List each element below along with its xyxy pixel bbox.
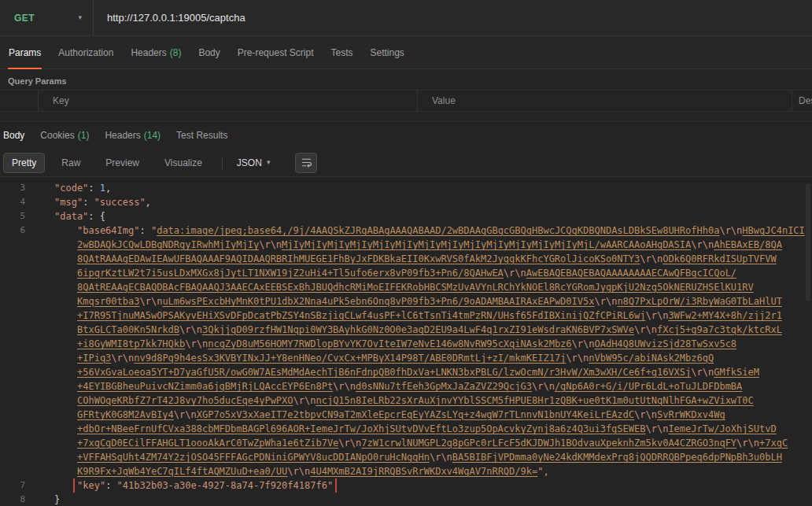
line-number (0, 422, 31, 436)
method-selector[interactable]: GET ▾ (0, 0, 94, 35)
line-number (0, 393, 31, 408)
params-table: Key Value Description (0, 90, 812, 122)
line-number: 7 (0, 478, 31, 493)
code-text: Kmqsr00tba3\r\nuLm6wsPExcbHyMnK0tPU1dbX2… (31, 294, 812, 308)
url-input[interactable]: http://127.0.0.1:19005/captcha (94, 0, 245, 35)
code-text: +i8GyWMI8tp7kk7HQkb\r\nncgZyD8uM56HOMY7R… (31, 337, 812, 351)
code-line-3: 3"code": 1, (0, 181, 812, 195)
line-number (0, 351, 31, 365)
code-text: "key": "41b32b03-a30e-4927-8a74-7f920f41… (31, 478, 812, 493)
tab-label: Cookies (40, 130, 74, 141)
request-tab-body[interactable]: Body (190, 36, 228, 68)
line-number (0, 408, 31, 422)
method-label: GET (14, 13, 35, 24)
tab-label: Pretty (12, 157, 36, 168)
response-tab-cookies[interactable]: Cookies(1) (32, 122, 97, 149)
code-text: 8QAtRAAAgEDAwIEAwUFBAQAAAF9AQIDAAQRBRIhM… (31, 252, 812, 266)
line-number (0, 436, 31, 450)
code-text: +4EYIBGBheuPuivcNZimm0a6jgBMjRjLQAccEYP6… (31, 379, 812, 393)
line-number: 4 (0, 195, 31, 209)
code-text: 6ipqrKztLW2t7i5usLDxMXGx8jJytLT1NXW19jZ2… (31, 266, 812, 280)
request-tab-tests[interactable]: Tests (322, 36, 361, 68)
wrap-text-icon (301, 157, 312, 168)
request-url-bar: GET ▾ http://127.0.0.1:19005/captcha (0, 0, 812, 36)
response-view-tabs: PrettyRawPreviewVisualize (3, 153, 211, 173)
tab-count: (14) (144, 130, 161, 141)
format-label: JSON (237, 157, 262, 168)
highlight-box: "key": "41b32b03-a30e-4927-8a74-7f920f41… (77, 480, 333, 491)
tab-label: Settings (371, 47, 404, 58)
response-body: 3"code": 1,4"msg": "success",5"data": {6… (0, 177, 812, 506)
tab-label: Headers (131, 47, 166, 58)
param-col-description: Description (792, 90, 812, 111)
tab-count: (8) (170, 47, 182, 58)
code-line-6: 6"base64Img": "data:image/jpeg;base64,/9… (0, 223, 812, 238)
request-tab-params[interactable]: Params (0, 36, 50, 68)
request-tabs: ParamsAuthorizationHeaders(8)BodyPre-req… (0, 36, 812, 69)
line-number (0, 294, 31, 308)
code-line-wrap: K9R9Fx+JqWb4YeC7qILf4ftAQMZUuD+ea0/UU\r\… (0, 464, 812, 478)
tab-label: Authorization (58, 47, 113, 58)
tab-label: Preview (105, 157, 139, 168)
code-line-wrap: +dbOr+NBeeFrnUfCVxa388cbMFDbmBAGPl696AOR… (0, 422, 812, 436)
line-number (0, 464, 31, 478)
line-number: 3 (0, 181, 31, 195)
tab-count: (1) (78, 130, 90, 141)
response-tab-test-results[interactable]: Test Results (168, 122, 235, 149)
scrollbar[interactable] (806, 183, 810, 301)
code-text: 2wBDAQkJCQwLDBgNDRgyIRwhMjIyMjIy\r\nMjIy… (31, 238, 812, 252)
response-tab-body[interactable]: Body (0, 122, 32, 149)
code-text: "msg": "success", (31, 195, 812, 209)
code-text: +IPiq3\r\nnv9d8Pq9h4esSx3KVBYINxJJ+Y8enH… (31, 351, 812, 365)
code-text: +I7R95TjnuMA5wOPSAKyvEHiXSvDFpDcatPbZSY4… (31, 308, 812, 323)
toolbar-divider (222, 157, 223, 169)
code-text: } (31, 493, 812, 506)
view-tab-pretty[interactable]: Pretty (3, 153, 45, 173)
postman-window: GET ▾ http://127.0.0.1:19005/captcha Par… (0, 0, 812, 506)
code-line-wrap: 2wBDAQkJCQwLDBgNDRgyIRwhMjIyMjIy\r\nMjIy… (0, 238, 812, 252)
code-text: K9R9Fx+JqWb4YeC7qILf4ftAQMZUuD+ea0/UU\r\… (31, 464, 812, 478)
request-tab-headers[interactable]: Headers(8) (122, 36, 190, 68)
code-text: GFRtyK0G8M2AvBIy4\r\nXGP7o5xV3xXaeIT7e2t… (31, 408, 812, 422)
format-dropdown[interactable]: JSON ▾ (232, 154, 275, 172)
wrap-text-button[interactable] (295, 153, 317, 173)
view-tab-raw[interactable]: Raw (53, 153, 89, 173)
code-text: BtxGLCTa00Kn5NrkdB\r\n3QkjjqD09rzfHW1Nqp… (31, 323, 812, 337)
request-tab-authorization[interactable]: Authorization (50, 36, 122, 68)
line-number (0, 337, 31, 351)
chevron-down-icon: ▾ (267, 159, 271, 166)
code-text: 8QAtREAAgECBAQDBAcFBAQAAQJ3AAECAxEEBSExB… (31, 280, 812, 294)
code-line-wrap: Kmqsr00tba3\r\nuLm6wsPExcbHyMnK0tPU1dbX2… (0, 294, 812, 308)
code-line-4: 4"msg": "success", (0, 195, 812, 209)
tab-label: Params (9, 47, 41, 58)
code-line-wrap: COhWOqeKRbfZ7rT42J8vy7ho5ducEqe4yPwPXO\r… (0, 393, 812, 408)
response-tab-headers[interactable]: Headers(14) (97, 122, 168, 149)
code-line-7: 7"key": "41b32b03-a30e-4927-8a74-7f920f4… (0, 478, 812, 493)
code-text: +VFFAHSgUht4ZM74Y2zjOSO45FFFAGcPDNiniGPW… (31, 450, 812, 464)
code-line-wrap: 6ipqrKztLW2t7i5usLDxMXGx8jJytLT1NXW19jZ2… (0, 266, 812, 280)
response-tabs: BodyCookies(1)Headers(14)Test Results (0, 122, 812, 149)
request-tab-settings[interactable]: Settings (362, 36, 413, 68)
code-line-wrap: GFRtyK0G8M2AvBIy4\r\nXGP7o5xV3xXaeIT7e2t… (0, 408, 812, 422)
code-text: +56VxGvaLoeoa5YT+D7yaGfU5R/owG0W7AEsMdMd… (31, 365, 812, 379)
code-text: "code": 1, (31, 181, 812, 195)
code-line-wrap: +4EYIBGBheuPuivcNZimm0a6jgBMjRjLQAccEYP6… (0, 379, 812, 393)
view-tab-visualize[interactable]: Visualize (156, 153, 211, 173)
line-number: 8 (0, 493, 31, 506)
tab-label: Tests (330, 47, 352, 58)
code-line-wrap: +I7R95TjnuMA5wOPSAKyvEHiXSvDFpDcatPbZSY4… (0, 308, 812, 323)
line-number: 5 (0, 209, 31, 223)
request-tab-pre-request-script[interactable]: Pre-request Script (229, 36, 323, 68)
line-number (0, 266, 31, 280)
code-line-wrap: +i8GyWMI8tp7kk7HQkb\r\nncgZyD8uM56HOMY7R… (0, 337, 812, 351)
query-params-label: Query Params (8, 76, 812, 87)
tab-label: Headers (105, 130, 140, 141)
code-line-5: 5"data": { (0, 209, 812, 223)
json-code: 3"code": 1,4"msg": "success",5"data": {6… (0, 181, 812, 506)
tab-label: Pre-request Script (238, 47, 314, 58)
view-tab-preview[interactable]: Preview (97, 153, 148, 173)
tab-label: Visualize (164, 157, 202, 168)
tab-label: Test Results (176, 130, 227, 141)
param-empty-row[interactable] (0, 112, 812, 122)
response-toolbar: PrettyRawPreviewVisualize JSON ▾ (0, 149, 812, 177)
